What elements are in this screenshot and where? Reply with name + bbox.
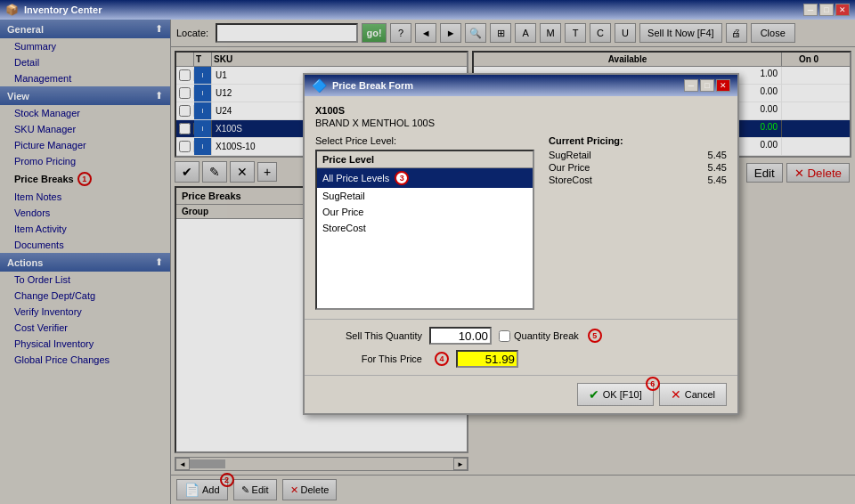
price-level-list: Price Level All Price Levels 3 SugRetail… [315,150,534,310]
maximize-button[interactable]: □ [819,4,834,16]
qty-break-section: Quantity Break 5 [499,329,602,343]
modal-close[interactable]: ✕ [716,79,730,92]
sell-qty-label: Sell This Quantity [315,330,422,341]
pricing-value-2: 5.45 [708,175,727,185]
pricing-row-1: Our Price 5.45 [549,162,727,173]
pricing-row-2: StoreCost 5.45 [549,175,727,185]
ok-badge: 6 [646,377,660,391]
ok-button[interactable]: ✔ OK [F10] 6 [577,383,654,406]
pricing-label-2: StoreCost [549,175,592,185]
pricing-label-0: SugRetail [549,150,591,160]
modal-current-pricing-section: Current Pricing: SugRetail 5.45 Our Pric… [549,135,727,310]
modal-maximize[interactable]: □ [700,79,714,92]
modal-qty-row: Sell This Quantity Quantity Break 5 [315,327,727,345]
pricing-value-1: 5.45 [708,162,727,173]
for-this-price-input[interactable] [456,350,518,368]
pricing-label-1: Our Price [549,162,590,173]
current-pricing-label: Current Pricing: [549,135,727,146]
modal-price-row: For This Price 4 [315,350,727,368]
modal-price-level-section: Select Price Level: Price Level All Pric… [315,135,534,310]
modal-icon: 🔷 [312,78,327,93]
price-level-our-price[interactable]: Our Price [317,204,533,220]
modal-main-row: Select Price Level: Price Level All Pric… [315,135,727,310]
modal-bottom-inputs: Sell This Quantity Quantity Break 5 For … [305,319,737,375]
cancel-x-icon: ✕ [671,387,681,402]
ok-check-icon: ✔ [589,387,599,402]
modal-overlay: 🔷 Price Break Form ─ □ ✕ X100S BRAND X M… [0,20,855,504]
app-icon: 📦 [5,4,19,16]
modal-footer: ✔ OK [F10] 6 ✕ Cancel [305,375,737,413]
minimize-button[interactable]: ─ [803,4,818,16]
qty-break-checkbox[interactable] [499,330,510,342]
cancel-button[interactable]: ✕ Cancel [659,383,727,406]
price-level-sug-retail[interactable]: SugRetail [317,188,533,204]
price-badge: 4 [435,352,449,366]
modal-title: Price Break Form [332,80,413,91]
qty-break-label: Quantity Break [514,330,579,341]
modal-item-desc: BRAND X MENTHOL 100S [315,118,727,128]
pricing-value-0: 5.45 [708,150,727,160]
all-price-levels-badge: 3 [395,171,409,185]
modal-body: X100S BRAND X MENTHOL 100S Select Price … [305,96,737,319]
price-level-store-cost[interactable]: StoreCost [317,220,533,236]
close-button[interactable]: ✕ [835,4,850,16]
title-bar: 📦 Inventory Center ─ □ ✕ [0,0,855,20]
app-title: Inventory Center [24,4,102,15]
modal-item-id: X100S [315,105,727,116]
modal-title-controls: ─ □ ✕ [684,79,730,92]
select-price-level-label: Select Price Level: [315,135,534,146]
for-this-price-label: For This Price [315,354,422,364]
title-bar-controls: ─ □ ✕ [803,4,850,16]
modal-minimize[interactable]: ─ [684,79,698,92]
qty-break-badge: 5 [588,329,602,343]
pricing-row-0: SugRetail 5.45 [549,150,727,160]
price-break-form-modal: 🔷 Price Break Form ─ □ ✕ X100S BRAND X M… [303,73,739,415]
sell-qty-input[interactable] [429,327,492,345]
price-level-header-item[interactable]: Price Level [317,151,533,168]
modal-title-bar: 🔷 Price Break Form ─ □ ✕ [305,75,737,96]
price-level-all[interactable]: All Price Levels 3 [317,168,533,188]
